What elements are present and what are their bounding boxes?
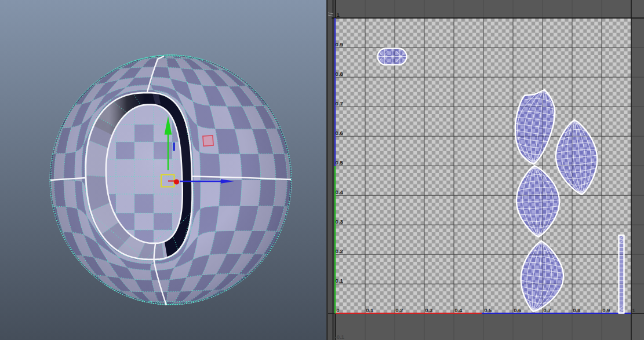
svg-text:0.3: 0.3 [336, 218, 343, 225]
svg-text:0.9: 0.9 [336, 41, 343, 47]
svg-text:0.5: 0.5 [484, 307, 492, 313]
svg-text:0.8: 0.8 [336, 71, 343, 77]
svg-text:0.7: 0.7 [336, 100, 343, 107]
svg-text:0.5: 0.5 [336, 159, 344, 166]
svg-text:0.2: 0.2 [336, 248, 343, 254]
svg-text:0.1: 0.1 [366, 307, 374, 313]
svg-text:0.6: 0.6 [336, 130, 343, 136]
svg-text:0.1: 0.1 [336, 277, 344, 284]
svg-text:0.6: 0.6 [514, 307, 521, 313]
svg-text:0.4: 0.4 [454, 307, 463, 313]
svg-text:0.8: 0.8 [573, 307, 580, 313]
svg-text:0.4: 0.4 [336, 189, 344, 195]
svg-text:1: 1 [337, 12, 340, 18]
svg-text:0.9: 0.9 [602, 307, 610, 313]
svg-text:0.2: 0.2 [395, 307, 403, 313]
svg-text:-0.1: -0.1 [335, 334, 345, 340]
svg-text:0: 0 [336, 307, 339, 313]
svg-text:0.3: 0.3 [425, 307, 432, 313]
svg-text:1: 1 [632, 307, 636, 313]
svg-text:0.7: 0.7 [543, 307, 551, 313]
